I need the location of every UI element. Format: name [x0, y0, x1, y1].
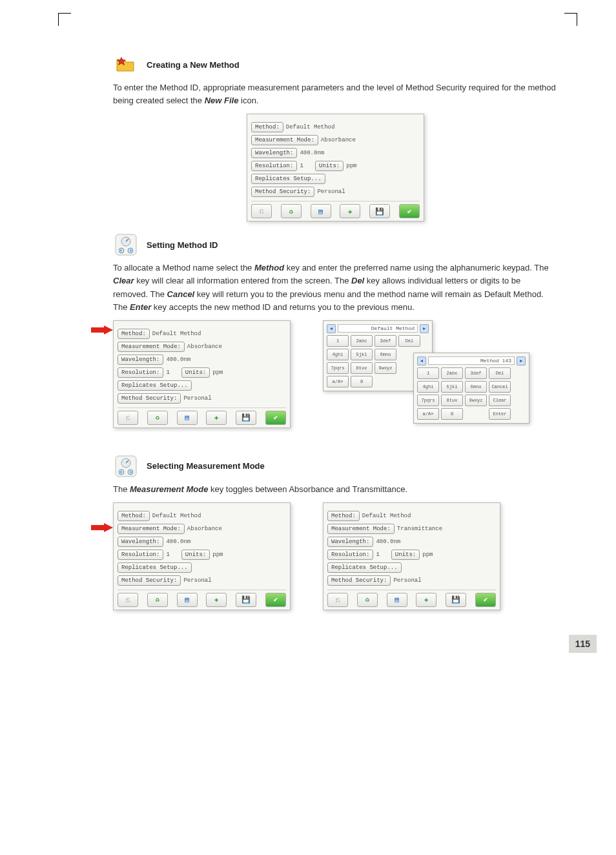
units-value: ppm [212, 551, 223, 558]
keypad-key-cancel[interactable]: Cancel [489, 381, 511, 393]
toolbar-back-icon[interactable]: ⎌ [118, 411, 138, 425]
method-button[interactable]: Method: [251, 122, 283, 132]
keypad-key-8tuv[interactable]: 8tuv [441, 395, 463, 406]
keypad-key-0[interactable]: 0 [351, 376, 373, 387]
toolbar-new-file-icon[interactable]: ✚ [206, 411, 227, 425]
method-button[interactable]: Method: [327, 511, 360, 521]
svg-marker-6 [91, 325, 113, 335]
keypad-key-6mno[interactable]: 6mno [375, 349, 396, 360]
keypad-key-5jkl[interactable]: 5jkl [441, 381, 463, 393]
toolbar-back-icon[interactable]: ⎌ [118, 593, 138, 607]
toolbar-cycle-icon[interactable]: ♻ [147, 411, 168, 425]
keypad-key-del[interactable]: Del [398, 335, 420, 347]
toolbar-save-icon[interactable]: 💾 [446, 593, 466, 607]
method-security-button[interactable]: Method Security: [118, 575, 181, 586]
measurement-mode-button[interactable]: Measurement Mode: [251, 135, 318, 145]
measurement-mode-value: Absorbance [187, 526, 222, 532]
nav-left-icon[interactable]: ◄ [417, 356, 426, 366]
keypad-key-0[interactable]: 0 [441, 408, 463, 420]
method-security-button[interactable]: Method Security: [327, 575, 391, 586]
toolbar-standards-icon[interactable]: ▤ [311, 204, 331, 218]
resolution-button[interactable]: Resolution: [118, 367, 163, 378]
dial-nav-icon [113, 232, 139, 258]
units-button[interactable]: Units: [391, 550, 420, 560]
nav-right-icon[interactable]: ► [420, 324, 429, 333]
keypad-key-4ghi[interactable]: 4ghi [417, 381, 439, 393]
wavelength-button[interactable]: Wavelength: [118, 355, 163, 365]
method-security-button[interactable]: Method Security: [251, 187, 314, 197]
method-form-panel-left-1: Method:Default Method Measurement Mode:A… [113, 320, 291, 428]
method-security-button[interactable]: Method Security: [118, 393, 181, 404]
toolbar-new-file-icon[interactable]: ✚ [340, 204, 360, 218]
method-button[interactable]: Method: [118, 329, 150, 339]
replicates-setup-button[interactable]: Replicates Setup... [118, 562, 192, 573]
measurement-mode-button[interactable]: Measurement Mode: [118, 342, 185, 352]
toolbar-standards-icon[interactable]: ▤ [177, 411, 198, 425]
nav-left-icon[interactable]: ◄ [327, 324, 336, 333]
keypad-key-2abc[interactable]: 2abc [351, 335, 373, 347]
method-security-value: Personal [183, 577, 211, 584]
keypad-key-9wxyz[interactable]: 9wxyz [465, 395, 487, 406]
keypad-key-3def[interactable]: 3def [375, 335, 396, 347]
units-button[interactable]: Units: [315, 161, 344, 171]
units-button[interactable]: Units: [181, 367, 210, 378]
keypad-key-1[interactable]: 1 [327, 335, 349, 347]
keypad-key-9wxyz[interactable]: 9wxyz [375, 362, 396, 374]
keypad-key-2abc[interactable]: 2abc [441, 367, 463, 379]
method-form-panel-absorbance: Method:Default Method Measurement Mode:A… [113, 502, 291, 610]
folder-star-icon [113, 52, 139, 77]
units-value: ppm [212, 369, 223, 376]
toolbar-back-icon[interactable]: ⎌ [251, 204, 272, 218]
measurement-mode-button[interactable]: Measurement Mode: [327, 524, 395, 534]
toolbar-back-icon[interactable]: ⎌ [327, 593, 348, 607]
wavelength-button[interactable]: Wavelength: [118, 537, 163, 547]
toolbar-new-file-icon[interactable]: ✚ [416, 593, 436, 607]
keypad-key-clear[interactable]: Clear [489, 395, 511, 406]
section-creating-new-method: Creating a New Method [113, 52, 558, 77]
keypad-key-7pqrs[interactable]: 7pqrs [417, 395, 439, 406]
measurement-mode-value: Transmittance [397, 526, 442, 532]
measurement-mode-button[interactable]: Measurement Mode: [118, 524, 185, 534]
toolbar-accept-icon[interactable]: ✔ [475, 593, 496, 607]
toolbar-accept-icon[interactable]: ✔ [265, 593, 286, 607]
replicates-setup-button[interactable]: Replicates Setup... [327, 562, 402, 573]
toolbar-standards-icon[interactable]: ▤ [177, 593, 198, 607]
keypad-key-4ghi[interactable]: 4ghi [327, 349, 349, 360]
keypad-key-del[interactable]: Del [489, 367, 511, 379]
keypad-key-enter[interactable]: Enter [489, 408, 511, 420]
replicates-setup-button[interactable]: Replicates Setup... [251, 174, 325, 184]
keypad-key-1[interactable]: 1 [417, 367, 439, 379]
toolbar-accept-icon[interactable]: ✔ [399, 204, 420, 218]
toolbar-save-icon[interactable]: 💾 [236, 593, 256, 607]
keypad-key-a/a»[interactable]: a/A» [327, 376, 349, 387]
toolbar-save-icon[interactable]: 💾 [236, 411, 256, 425]
toolbar-accept-icon[interactable]: ✔ [265, 411, 286, 425]
toolbar-new-file-icon[interactable]: ✚ [206, 593, 227, 607]
toolbar-save-icon[interactable]: 💾 [369, 204, 390, 218]
method-security-value: Personal [317, 189, 345, 195]
keypad-key-a/a»[interactable]: a/A» [417, 408, 439, 420]
toolbar-cycle-icon[interactable]: ♻ [281, 204, 302, 218]
resolution-button[interactable]: Resolution: [327, 550, 373, 560]
section-title: Selecting Measurement Mode [147, 461, 265, 471]
replicates-setup-button[interactable]: Replicates Setup... [118, 380, 192, 391]
units-button[interactable]: Units: [181, 550, 210, 560]
keypad-key-7pqrs[interactable]: 7pqrs [327, 362, 349, 374]
toolbar-cycle-icon[interactable]: ♻ [147, 593, 168, 607]
keypad-key-8tuv[interactable]: 8tuv [351, 362, 373, 374]
method-value: Default Method [286, 124, 335, 130]
nav-right-icon[interactable]: ► [517, 356, 526, 366]
wavelength-button[interactable]: Wavelength: [251, 148, 297, 158]
wavelength-button[interactable]: Wavelength: [327, 537, 373, 547]
resolution-value: 1 [166, 369, 169, 376]
method-button[interactable]: Method: [118, 511, 150, 521]
red-arrow-measmode-indicator [91, 523, 113, 532]
keypad-key-5jkl[interactable]: 5jkl [351, 349, 373, 360]
keypad-key-6mno[interactable]: 6mno [465, 381, 487, 393]
toolbar-cycle-icon[interactable]: ♻ [357, 593, 378, 607]
wavelength-value: 400.0nm [300, 150, 324, 156]
toolbar-standards-icon[interactable]: ▤ [387, 593, 407, 607]
keypad-key-3def[interactable]: 3def [465, 367, 487, 379]
resolution-button[interactable]: Resolution: [118, 550, 163, 560]
resolution-button[interactable]: Resolution: [251, 161, 297, 171]
